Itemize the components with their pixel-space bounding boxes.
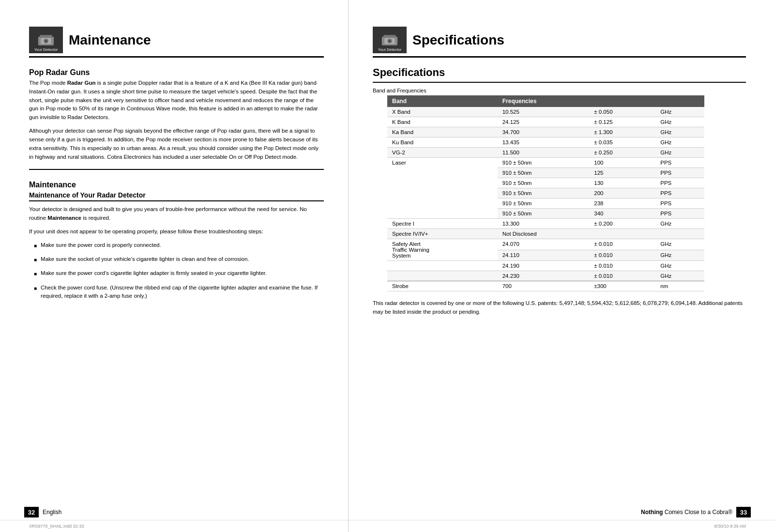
footer-nothing: Nothing — [641, 509, 663, 516]
freq-cell: 24.125 — [498, 117, 590, 127]
col-band: Band — [387, 95, 498, 107]
band-cell: Spectre I — [387, 219, 498, 229]
svg-point-11 — [389, 40, 391, 42]
troubleshoot-list: Make sure the power cord is properly con… — [34, 241, 324, 300]
table-row: Safety AlertTraffic WarningSystem 24.070… — [387, 239, 704, 250]
pages-container: Your Detector Maintenance Pop Radar Guns… — [0, 0, 775, 532]
band-cell: Laser — [387, 158, 498, 219]
band-cell: Ku Band — [387, 137, 498, 148]
bottom-bar-right: 8/30/10 8:39 AM — [714, 524, 746, 529]
table-row: Spectre I 13.300 ± 0.200 GHz — [387, 219, 704, 229]
band-cell: Safety AlertTraffic WarningSystem — [387, 239, 498, 261]
right-page-header: Your Detector Specifications — [373, 27, 746, 58]
band-cell: K Band — [387, 117, 498, 127]
tol-cell: ± 0.010 — [589, 250, 655, 261]
unit-cell: GHz — [655, 127, 704, 137]
table-row-laser: Laser 910 ± 50nm 100 PPS — [387, 158, 704, 168]
col-frequencies: Frequencies — [498, 95, 705, 107]
table-row: Ku Band 13.435 ± 0.035 GHz — [387, 137, 704, 148]
table-row: Ka Band 34.700 ± 1.300 GHz — [387, 127, 704, 137]
svg-point-6 — [45, 40, 47, 42]
unit-cell: PPS — [655, 178, 704, 188]
band-cell: Strobe — [387, 281, 498, 291]
bottom-bar-left: XRS9770_MANL.indd 32-33 — [29, 524, 84, 529]
pop-radar-para2: Although your detector can sense Pop sig… — [29, 127, 324, 161]
footer-tagline: Nothing Comes Close to a Cobra® — [641, 509, 732, 516]
freq-cell: 910 ± 50nm — [498, 198, 590, 209]
left-page-title: Maintenance — [69, 32, 151, 48]
tol-cell: 130 — [589, 178, 655, 188]
unit-cell: PPS — [655, 198, 704, 209]
bullet-4: Check the power cord fuse. (Unscrew the … — [34, 284, 324, 301]
pop-radar-para1: The Pop mode Radar Gun is a single pulse… — [29, 79, 324, 122]
tol-cell: ± 0.050 — [589, 107, 655, 117]
unit-cell: GHz — [655, 239, 704, 250]
freq-cell: 24.190 — [498, 261, 590, 271]
band-cell — [387, 261, 498, 271]
footer-tagline-rest: Comes Close to a Cobra® — [663, 509, 732, 516]
tol-cell: ± 0.250 — [589, 148, 655, 158]
table-row: K Band 24.125 ± 0.125 GHz — [387, 117, 704, 127]
right-footer: Nothing Comes Close to a Cobra® 33 — [349, 507, 775, 517]
unit-cell: GHz — [655, 137, 704, 148]
left-footer-language: English — [43, 509, 61, 516]
unit-cell: GHz — [655, 250, 704, 261]
svg-rect-7 — [40, 35, 52, 37]
table-row: VG-2 11.500 ± 0.250 GHz — [387, 148, 704, 158]
tol-cell: ± 0.010 — [589, 239, 655, 250]
table-row: 24.230 ± 0.010 GHz — [387, 271, 704, 281]
freq-cell: 10.525 — [498, 107, 590, 117]
unit-cell: PPS — [655, 168, 704, 178]
tol-cell: ± 0.010 — [589, 271, 655, 281]
freq-cell: 34.700 — [498, 127, 590, 137]
bullet-2: Make sure the socket of your vehicle's c… — [34, 255, 324, 263]
radar-detector-icon-left — [37, 33, 55, 47]
troubleshoot-intro: If your unit does not appear to be opera… — [29, 228, 324, 236]
patent-text: This radar detector is covered by one or… — [373, 299, 746, 317]
spec-main-title: Specifications — [373, 66, 746, 83]
freq-cell: 910 ± 50nm — [498, 209, 590, 219]
unit-cell: GHz — [655, 107, 704, 117]
right-header-icon-box: Your Detector — [373, 27, 407, 53]
bullet-3: Make sure the power cord's cigarette lig… — [34, 269, 324, 277]
tol-cell: 200 — [589, 188, 655, 198]
table-row: Spectre IV/IV+ Not Disclosed — [387, 229, 704, 239]
section-divider — [29, 169, 324, 170]
unit-cell: GHz — [655, 261, 704, 271]
left-header-icon-box: Your Detector — [29, 27, 63, 53]
left-footer-left: 32 English — [24, 507, 61, 517]
band-cell: VG-2 — [387, 148, 498, 158]
freq-cell: 13.300 — [498, 219, 590, 229]
radar-detector-icon-right — [381, 33, 398, 47]
table-row: X Band 10.525 ± 0.050 GHz — [387, 107, 704, 117]
band-label: Band and Frequencies — [373, 88, 746, 93]
left-page-header: Your Detector Maintenance — [29, 27, 324, 58]
tol-cell: ±300 — [589, 281, 655, 291]
left-detector-label: Your Detector — [29, 47, 63, 52]
freq-cell: 24.070 — [498, 239, 590, 250]
bottom-bar: XRS9770_MANL.indd 32-33 8/30/10 8:39 AM — [0, 520, 775, 532]
freq-cell: 910 ± 50nm — [498, 178, 590, 188]
table-row-strobe: Strobe 700 ±300 nm — [387, 281, 704, 291]
freq-cell: 910 ± 50nm — [498, 168, 590, 178]
freq-cell: 13.435 — [498, 137, 590, 148]
unit-cell: PPS — [655, 209, 704, 219]
tol-cell: ± 0.125 — [589, 117, 655, 127]
tol-cell: 340 — [589, 209, 655, 219]
tol-cell: ± 0.200 — [589, 219, 655, 229]
freq-cell: 24.110 — [498, 250, 590, 261]
right-page-title: Specifications — [412, 32, 504, 48]
pop-radar-heading: Pop Radar Guns — [29, 68, 324, 77]
freq-cell: 24.230 — [498, 271, 590, 281]
band-cell: Ka Band — [387, 127, 498, 137]
tol-cell: ± 0.035 — [589, 137, 655, 148]
tol-cell: 238 — [589, 198, 655, 209]
right-page-number: 33 — [736, 507, 751, 517]
unit-cell: nm — [655, 281, 704, 291]
maintenance-subheading: Maintenance of Your Radar Detector — [29, 191, 324, 201]
left-page: Your Detector Maintenance Pop Radar Guns… — [0, 0, 349, 532]
freq-cell: 700 — [498, 281, 590, 291]
unit-cell: PPS — [655, 158, 704, 168]
tol-cell: 125 — [589, 168, 655, 178]
maintenance-heading: Maintenance — [29, 181, 324, 189]
